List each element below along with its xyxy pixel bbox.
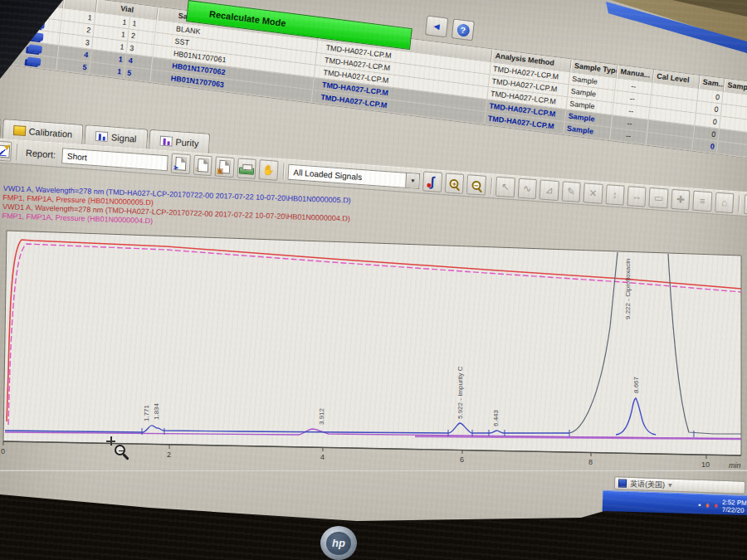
language-options-icon[interactable]: ▾ — [668, 481, 672, 489]
back-button[interactable]: ◄ — [425, 15, 448, 37]
report-settings-button[interactable] — [0, 140, 12, 162]
x-axis-unit: min — [729, 461, 741, 470]
delete-icon: ✕ — [588, 187, 598, 200]
split-peak-button[interactable]: ↕ — [605, 184, 625, 206]
vial-disk-icon — [28, 44, 42, 53]
manual-integration-button[interactable]: ∫ — [422, 171, 442, 192]
tick-label: 4 — [320, 453, 325, 461]
report-label: Report: — [26, 148, 56, 160]
tick-label: 6 — [460, 455, 464, 464]
integrate-icon: ∫ — [430, 174, 434, 189]
tray-icon[interactable]: ♦ — [714, 501, 718, 509]
print-button[interactable] — [237, 158, 256, 179]
vial-disk-icon — [27, 56, 41, 66]
zoom-cursor — [106, 436, 139, 470]
zoom-out-button[interactable]: − — [466, 174, 486, 196]
signal-selector[interactable]: All Loaded Signals ▾ — [288, 163, 420, 188]
tangent-tool-button[interactable]: ⊿ — [540, 179, 559, 201]
hp-logo-text: hp — [326, 532, 351, 555]
home-icon: ⌂ — [721, 197, 728, 208]
tick-label: 8 — [588, 458, 593, 466]
report-copy-icon: ▣ — [219, 160, 231, 174]
purity-icon — [159, 135, 173, 146]
baseline-tool-button[interactable]: ∿ — [518, 178, 538, 200]
ime-icon — [618, 479, 627, 487]
zoom-in-icon: + — [450, 178, 460, 188]
area-icon: ▭ — [654, 192, 664, 204]
baseline-icon: ∿ — [523, 183, 532, 195]
taskbar-clock[interactable]: 2:52 PM 7/22/20 — [722, 498, 747, 514]
tangent-icon: ⊿ — [544, 184, 554, 197]
report-stamp-button[interactable]: ✋ — [259, 159, 279, 181]
back-icon: ◄ — [431, 20, 442, 32]
peak-label: 8.667 — [632, 376, 640, 393]
zoom-in-button[interactable]: + — [445, 173, 465, 194]
peak-label: 6.443 — [492, 409, 500, 426]
monitor-photo: Recalculate Mode ◄ ? Vial Sample Name Ac… — [0, 0, 747, 560]
tick-label: 2 — [167, 450, 171, 459]
calibration-icon — [12, 124, 26, 135]
stamp-icon: ✋ — [262, 163, 276, 176]
help-icon: ? — [456, 23, 470, 37]
printer-icon — [239, 167, 254, 174]
chromatogram-edit-icon — [0, 144, 10, 158]
window-bottom-edge — [0, 470, 747, 471]
home-tool-button[interactable]: ⌂ — [715, 192, 735, 214]
report-preview-button[interactable]: ○ — [193, 155, 213, 177]
report-page-icon: ➤ — [175, 157, 187, 171]
hp-logo: hp — [320, 526, 357, 560]
tab-purity[interactable]: Purity — [149, 129, 210, 153]
tray-icon[interactable]: • — [698, 500, 701, 509]
peak-label: 1.771 — [143, 404, 150, 421]
merge-icon: ↔ — [632, 190, 642, 202]
merge-peak-button[interactable]: ↔ — [627, 186, 647, 207]
clock-date: 7/22/20 — [722, 505, 745, 514]
pointer-icon: ↖ — [501, 181, 510, 193]
peak-label: 1.834 — [153, 402, 160, 420]
help-button[interactable]: ? — [452, 18, 475, 41]
crosshair-icon — [106, 436, 115, 446]
add-peak-icon: ✚ — [676, 193, 686, 206]
peak-label-main: 9.222 - Ciprofloxacin — [624, 259, 632, 319]
tick-label: 10 — [701, 460, 710, 469]
chevron-down-icon[interactable]: ▾ — [405, 173, 419, 187]
report-style-select[interactable]: Short — [62, 148, 169, 171]
area-tool-button[interactable]: ▭ — [649, 187, 669, 209]
peak-label: 5.922 - Impurity C — [456, 366, 464, 419]
zoom-out-icon: − — [471, 180, 481, 190]
draw-tool-button[interactable]: ✎ — [561, 181, 581, 202]
tick-label: 0 — [1, 447, 5, 455]
tab-integration[interactable]: ration — [0, 116, 1, 139]
save-events-button[interactable]: ▤ — [744, 194, 747, 216]
events-icon: ≡ — [699, 195, 706, 207]
report-preview-icon: ○ — [197, 158, 208, 173]
language-label[interactable]: 英语(美国) — [630, 478, 665, 489]
report-copy-button[interactable]: ▣ — [215, 156, 235, 178]
taskbar[interactable]: • ♦ ♦ 2:52 PM 7/22/20 — [603, 490, 747, 517]
signal-icon — [95, 131, 109, 142]
split-icon: ↕ — [612, 189, 618, 201]
report-new-button[interactable]: ➤ — [171, 153, 191, 175]
pointer-tool-button[interactable]: ↖ — [496, 177, 515, 198]
peak-label: 3.912 — [318, 407, 325, 425]
draw-icon: ✎ — [567, 186, 576, 198]
tray-icon[interactable]: ♦ — [706, 501, 710, 509]
magnifier-icon — [115, 445, 125, 455]
delete-peak-button[interactable]: ✕ — [583, 183, 603, 204]
